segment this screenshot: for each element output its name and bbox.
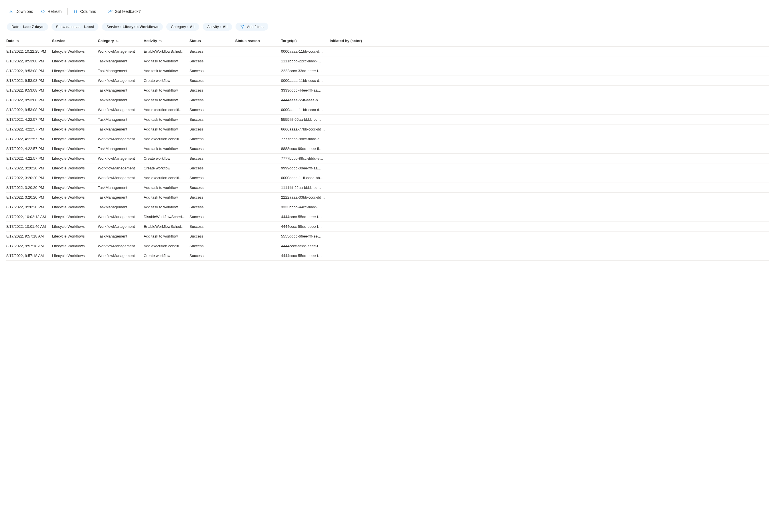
col-header-date[interactable]: Date: [6, 37, 52, 45]
table-row[interactable]: 8/18/2022, 10:22:25 PMLifecycle Workflow…: [6, 47, 769, 56]
table-row[interactable]: 8/17/2022, 9:57:18 AMLifecycle Workflows…: [6, 251, 769, 261]
cell-targets: 5555dddd-66ee-ffff-ee…: [281, 232, 330, 240]
cell-activity: Add task to workflow: [144, 96, 189, 104]
refresh-label: Refresh: [47, 9, 62, 14]
cell-service: Lifecycle Workflows: [52, 125, 98, 133]
cell-category: TaskManagement: [98, 203, 144, 211]
table-row[interactable]: 8/17/2022, 4:22:57 PMLifecycle Workflows…: [6, 115, 769, 124]
filter-category[interactable]: Category : All: [166, 23, 199, 31]
table-header-row: Date Service Category Activity: [6, 35, 769, 47]
cell-actor: [330, 69, 769, 73]
add-filters-button[interactable]: Add filters: [235, 23, 268, 31]
cell-date: 8/17/2022, 4:22:57 PM: [6, 154, 52, 162]
filter-date-value: Last 7 days: [23, 25, 43, 29]
cell-category: WorkflowManagement: [98, 174, 144, 182]
cell-service: Lifecycle Workflows: [52, 106, 98, 114]
cell-targets: 7777bbbb-88cc-dddd-e…: [281, 154, 330, 162]
filter-service[interactable]: Service : Lifecycle Workflows: [102, 23, 163, 31]
table-row[interactable]: 8/17/2022, 4:22:57 PMLifecycle Workflows…: [6, 124, 769, 134]
table-row[interactable]: 8/18/2022, 9:53:08 PMLifecycle Workflows…: [6, 86, 769, 95]
cell-targets: 7777bbbb-88cc-dddd-e…: [281, 135, 330, 143]
cell-category: WorkflowManagement: [98, 154, 144, 162]
cell-reason: [235, 69, 281, 73]
col-header-targets[interactable]: Target(s): [281, 37, 330, 45]
filter-service-value: Lifecycle Workflows: [123, 25, 158, 29]
col-header-status[interactable]: Status: [189, 37, 235, 45]
table-row[interactable]: 8/17/2022, 4:22:57 PMLifecycle Workflows…: [6, 134, 769, 144]
cell-service: Lifecycle Workflows: [52, 232, 98, 240]
cell-targets: 4444cccc-55dd-eeee-f…: [281, 242, 330, 250]
table-row[interactable]: 8/17/2022, 9:57:18 AMLifecycle Workflows…: [6, 231, 769, 241]
cell-reason: [235, 50, 281, 53]
cell-activity: Add task to workflow: [144, 125, 189, 133]
feedback-button[interactable]: Got feedback?: [105, 8, 144, 15]
table-row[interactable]: 8/18/2022, 9:53:08 PMLifecycle Workflows…: [6, 95, 769, 105]
cell-reason: [235, 79, 281, 82]
filter-datesas-value: Local: [84, 25, 94, 29]
cell-activity: EnableWorkflowSched…: [144, 47, 189, 55]
cell-reason: [235, 186, 281, 189]
table-row[interactable]: 8/17/2022, 3:20:20 PMLifecycle Workflows…: [6, 173, 769, 183]
add-filters-label: Add filters: [247, 25, 263, 29]
table-row[interactable]: 8/17/2022, 3:20:20 PMLifecycle Workflows…: [6, 163, 769, 173]
cell-targets: 0000aaaa-11bb-cccc-d…: [281, 77, 330, 84]
cell-status: Success: [189, 86, 235, 94]
cell-category: TaskManagement: [98, 145, 144, 152]
table-row[interactable]: 8/17/2022, 10:01:46 AMLifecycle Workflow…: [6, 222, 769, 231]
cell-status: Success: [189, 135, 235, 143]
filter-activity[interactable]: Activity : All: [203, 23, 232, 31]
filter-category-value: All: [190, 25, 195, 29]
table-row[interactable]: 8/18/2022, 9:53:08 PMLifecycle Workflows…: [6, 56, 769, 66]
cell-status: Success: [189, 242, 235, 250]
cell-service: Lifecycle Workflows: [52, 77, 98, 84]
table-row[interactable]: 8/18/2022, 9:53:08 PMLifecycle Workflows…: [6, 66, 769, 76]
download-button[interactable]: Download: [6, 8, 36, 15]
cell-activity: Add task to workflow: [144, 232, 189, 240]
cell-date: 8/18/2022, 10:22:25 PM: [6, 47, 52, 55]
columns-label: Columns: [80, 9, 96, 14]
refresh-button[interactable]: Refresh: [38, 8, 64, 15]
col-header-category[interactable]: Category: [98, 37, 144, 45]
filter-date[interactable]: Date : Last 7 days: [7, 23, 48, 31]
cell-targets: 2222cccc-33dd-eeee-f…: [281, 67, 330, 75]
command-bar: Download Refresh Columns Got feedback?: [6, 6, 769, 18]
cell-reason: [235, 89, 281, 92]
cell-category: TaskManagement: [98, 67, 144, 75]
col-header-reason[interactable]: Status reason: [235, 37, 281, 45]
columns-button[interactable]: Columns: [70, 8, 99, 15]
table-row[interactable]: 8/17/2022, 3:20:20 PMLifecycle Workflows…: [6, 183, 769, 192]
cell-targets: 5555ffff-66aa-bbbb-cc…: [281, 116, 330, 123]
cell-date: 8/17/2022, 3:20:20 PM: [6, 174, 52, 182]
cell-reason: [235, 205, 281, 209]
cell-activity: Create workflow: [144, 77, 189, 84]
col-header-actor-label: Initiated by (actor): [330, 39, 362, 43]
cell-activity: Add execution conditi…: [144, 242, 189, 250]
cell-service: Lifecycle Workflows: [52, 154, 98, 162]
cell-service: Lifecycle Workflows: [52, 203, 98, 211]
cell-date: 8/17/2022, 3:20:20 PM: [6, 203, 52, 211]
cell-activity: Add task to workflow: [144, 145, 189, 152]
cell-date: 8/17/2022, 10:02:13 AM: [6, 213, 52, 221]
cell-status: Success: [189, 164, 235, 172]
cell-targets: 3333dddd-44ee-ffff-aa…: [281, 86, 330, 94]
table-row[interactable]: 8/18/2022, 9:53:08 PMLifecycle Workflows…: [6, 76, 769, 86]
table-row[interactable]: 8/18/2022, 9:53:08 PMLifecycle Workflows…: [6, 105, 769, 115]
table-row[interactable]: 8/17/2022, 4:22:57 PMLifecycle Workflows…: [6, 154, 769, 163]
col-header-activity[interactable]: Activity: [144, 37, 189, 45]
table-row[interactable]: 8/17/2022, 3:20:20 PMLifecycle Workflows…: [6, 192, 769, 202]
cell-reason: [235, 235, 281, 238]
cell-status: Success: [189, 213, 235, 221]
table-row[interactable]: 8/17/2022, 10:02:13 AMLifecycle Workflow…: [6, 212, 769, 222]
cell-status: Success: [189, 232, 235, 240]
cell-targets: 0000aaaa-11bb-cccc-d…: [281, 47, 330, 55]
table-row[interactable]: 8/17/2022, 4:22:57 PMLifecycle Workflows…: [6, 144, 769, 154]
table-row[interactable]: 8/17/2022, 3:20:20 PMLifecycle Workflows…: [6, 202, 769, 212]
cell-date: 8/17/2022, 10:01:46 AM: [6, 223, 52, 230]
audit-log-table: Date Service Category Activity: [6, 35, 769, 261]
cell-activity: Add task to workflow: [144, 67, 189, 75]
col-header-actor[interactable]: Initiated by (actor): [330, 37, 769, 45]
filter-datesas[interactable]: Show dates as : Local: [51, 23, 98, 31]
cell-date: 8/17/2022, 4:22:57 PM: [6, 145, 52, 152]
col-header-service[interactable]: Service: [52, 37, 98, 45]
table-row[interactable]: 8/17/2022, 9:57:18 AMLifecycle Workflows…: [6, 241, 769, 251]
